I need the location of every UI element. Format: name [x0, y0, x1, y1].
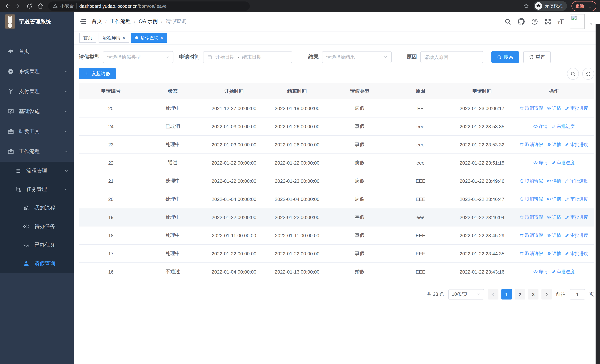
detail-link[interactable]: 详情 [547, 105, 561, 111]
result-select[interactable]: 请选择流结果 [322, 51, 392, 63]
github-icon[interactable] [517, 18, 525, 25]
cell-reason: eee [391, 142, 450, 147]
approval-progress-link[interactable]: 审批进度 [551, 123, 575, 130]
detail-link[interactable]: 详情 [547, 196, 561, 202]
tab-首页[interactable]: 首页 [79, 33, 96, 43]
table-row: 23处理中2022-01-03 00:00:002022-01-26 00:00… [79, 136, 594, 154]
detail-link[interactable]: 详情 [533, 269, 548, 275]
sidebar-item-leave-query[interactable]: 请假查询 [0, 254, 74, 273]
cancel-leave-link[interactable]: 取消请假 [520, 214, 543, 220]
goto-page-input[interactable] [570, 289, 585, 299]
approval-progress-link[interactable]: 审批进度 [551, 269, 575, 275]
breadcrumb-item[interactable]: 首页 [92, 18, 102, 25]
detail-link[interactable]: 详情 [533, 123, 548, 130]
cancel-leave-link[interactable]: 取消请假 [520, 105, 543, 111]
reason-input[interactable] [420, 51, 483, 63]
incognito-label: 无痕模式 [545, 3, 562, 9]
browser-menu-dots-icon[interactable] [587, 3, 593, 9]
close-icon[interactable]: × [161, 36, 163, 40]
refresh-table-button[interactable] [582, 68, 594, 80]
sidebar-item-todo-tasks[interactable]: 待办任务 [0, 217, 74, 236]
sidebar-item-done-tasks[interactable]: 已办任务 [0, 236, 74, 254]
help-icon[interactable] [531, 18, 538, 25]
sidebar-item-workflow[interactable]: 工作流程 [0, 142, 74, 162]
approval-progress-link[interactable]: 审批进度 [565, 232, 588, 239]
sidebar-item-label: 待办任务 [35, 223, 69, 230]
sidebar-item-my-process[interactable]: 我的流程 [0, 199, 74, 217]
detail-link[interactable]: 详情 [547, 214, 561, 220]
sidebar-item-infra[interactable]: 基础设施 [0, 102, 74, 121]
tab-请假查询[interactable]: 请假查询× [131, 33, 167, 43]
browser-home-icon[interactable] [37, 3, 44, 9]
approval-progress-link[interactable]: 审批进度 [565, 196, 588, 202]
cell-start: 2022-01-11 00:00:00 [203, 233, 265, 238]
cancel-leave-link[interactable]: 取消请假 [520, 178, 543, 184]
sidebar-collapse-icon[interactable] [79, 18, 86, 25]
page-size-select[interactable]: 10条/页 [449, 289, 484, 299]
page-size-value: 10条/页 [452, 291, 468, 298]
user-menu-caret-icon[interactable] [589, 22, 593, 26]
submenu-task-mgmt: 我的流程待办任务已办任务请假查询 [0, 199, 74, 273]
approval-progress-link[interactable]: 审批进度 [565, 250, 588, 257]
breadcrumb-item[interactable]: OA 示例 [139, 18, 158, 25]
address-bar[interactable]: 不安全 dashboard.yudao.iocoder.cn/bpm/oa/le… [48, 1, 250, 10]
fullscreen-icon[interactable] [544, 18, 551, 25]
page-button-1[interactable]: 1 [501, 289, 512, 299]
create-leave-button[interactable]: 发起请假 [79, 68, 116, 79]
reset-button[interactable]: 重置 [523, 51, 551, 63]
prev-page-button[interactable] [488, 289, 498, 299]
pagination-total: 共 23 条 [427, 291, 444, 298]
detail-link[interactable]: 详情 [547, 250, 561, 257]
detail-link[interactable]: 详情 [547, 178, 561, 184]
leave-type-select[interactable]: 请选择请假类型 [103, 51, 173, 63]
filter-form: 请假类型 请选择请假类型 申请时间 开始日期 - 结束日期 结果 请选择流结果 [79, 48, 594, 65]
next-page-button[interactable] [542, 289, 552, 299]
sidebar-item-process-mgmt[interactable]: 流程管理 [0, 162, 74, 180]
cell-type: 病假 [329, 196, 391, 202]
sidebar-item-task-mgmt[interactable]: 任务管理 [0, 180, 74, 199]
detail-link[interactable]: 详情 [547, 232, 561, 239]
browser-reload-icon[interactable] [26, 3, 33, 9]
page-button-3[interactable]: 3 [528, 289, 538, 299]
browser-back-icon[interactable] [4, 3, 10, 9]
sidebar-item-home[interactable]: 首页 [0, 42, 74, 62]
detail-link[interactable]: 详情 [547, 141, 561, 148]
cancel-leave-link[interactable]: 取消请假 [520, 250, 543, 257]
url-host: dashboard.yudao.iocoder.cn [79, 4, 138, 9]
sidebar-item-payment[interactable]: 支付管理 [0, 82, 74, 102]
cell-type: 事假 [329, 232, 391, 239]
breadcrumb-item[interactable]: 工作流程 [110, 18, 131, 25]
font-size-icon[interactable]: TT [558, 18, 564, 25]
approval-progress-link[interactable]: 审批进度 [565, 141, 588, 148]
cell-status: 处理中 [143, 177, 203, 184]
cancel-leave-link[interactable]: 取消请假 [520, 141, 543, 148]
monitor-icon [7, 108, 14, 115]
search-button[interactable]: 搜索 [491, 51, 519, 63]
cancel-leave-link[interactable]: 取消请假 [520, 196, 543, 202]
browser-forward-icon[interactable] [15, 3, 21, 9]
approval-progress-link[interactable]: 审批进度 [565, 214, 588, 220]
browser-scrollbar[interactable] [596, 24, 600, 364]
cell-type: 病假 [329, 177, 391, 184]
close-icon[interactable]: × [123, 36, 125, 40]
approval-progress-link[interactable]: 审批进度 [565, 178, 588, 184]
detail-link[interactable]: 详情 [533, 159, 548, 166]
page-button-2[interactable]: 2 [515, 289, 525, 299]
header-search-icon[interactable] [504, 18, 511, 25]
approval-progress-link[interactable]: 审批进度 [565, 105, 588, 111]
show-search-toggle-button[interactable] [567, 68, 579, 80]
incognito-badge[interactable]: 无痕模式 [534, 1, 567, 11]
user-avatar[interactable] [570, 14, 585, 29]
sidebar-item-system[interactable]: 系统管理 [0, 62, 74, 82]
column-header: 操作 [514, 88, 594, 94]
sidebar-item-devtools[interactable]: 研发工具 [0, 121, 74, 142]
bookmark-star-icon[interactable] [523, 3, 529, 9]
cell-actions: 详情审批进度 [514, 269, 594, 275]
browser-update-button[interactable]: 更新 [572, 1, 596, 11]
tab-流程详情[interactable]: 流程详情× [99, 33, 129, 43]
approval-progress-link[interactable]: 审批进度 [551, 159, 575, 166]
cancel-leave-link[interactable]: 取消请假 [520, 232, 543, 239]
trash-icon [520, 179, 524, 183]
action-label: 审批进度 [570, 232, 588, 239]
apply-time-range-picker[interactable]: 开始日期 - 结束日期 [203, 51, 292, 63]
